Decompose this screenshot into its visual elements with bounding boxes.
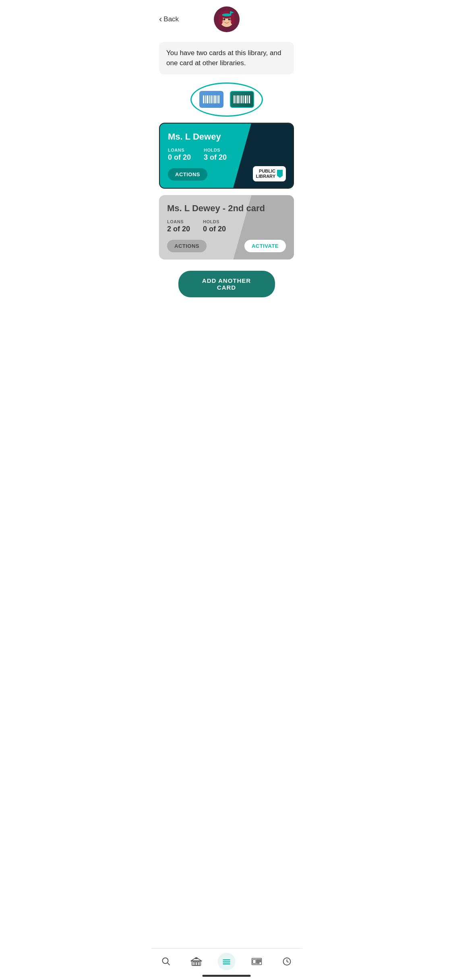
library-logo-icon	[277, 170, 283, 178]
back-button[interactable]: Back	[159, 14, 179, 25]
svg-point-11	[229, 20, 232, 23]
card-2-stats: LOANS 2 of 20 HOLDS 0 of 20	[167, 219, 286, 233]
activate-button[interactable]: ACTIVATE	[244, 240, 286, 252]
holds-value-1: 3 of 20	[204, 153, 227, 162]
loans-label-2: LOANS	[167, 219, 190, 224]
card-2-content: Ms. L Dewey - 2nd card LOANS 2 of 20 HOL…	[167, 203, 286, 252]
info-box: You have two cards at this library, and …	[159, 42, 294, 74]
holds-label-2: HOLDS	[203, 219, 226, 224]
card-1-name: Ms. L Dewey	[168, 132, 285, 142]
library-logo: PUBLICLIBRARY	[253, 166, 286, 181]
card-1-holds: HOLDS 3 of 20	[204, 148, 227, 162]
svg-point-9	[228, 19, 230, 21]
add-card-section: ADD ANOTHER CARD	[159, 271, 294, 297]
loans-value-2: 2 of 20	[167, 225, 190, 233]
avatar	[214, 6, 240, 32]
card-tab-1[interactable]	[199, 91, 223, 108]
holds-label-1: HOLDS	[204, 148, 227, 152]
svg-point-8	[223, 19, 225, 21]
card-1-loans: LOANS 0 of 20	[168, 148, 191, 162]
card-2-loans: LOANS 2 of 20	[167, 219, 190, 233]
library-card-1: Ms. L Dewey LOANS 0 of 20 HOLDS 3 of 20 …	[159, 123, 294, 189]
actions-button-1[interactable]: ACTIONS	[168, 168, 207, 181]
card-1-stats: LOANS 0 of 20 HOLDS 3 of 20	[168, 148, 285, 162]
library-card-2: Ms. L Dewey - 2nd card LOANS 2 of 20 HOL…	[159, 195, 294, 259]
header: Back	[151, 0, 302, 35]
card-2-name: Ms. L Dewey - 2nd card	[167, 203, 286, 214]
card-2-actions-row: ACTIONS ACTIVATE	[167, 240, 286, 252]
card-selector	[186, 79, 267, 119]
card-2-holds: HOLDS 0 of 20	[203, 219, 226, 233]
actions-button-2[interactable]: ACTIONS	[167, 240, 207, 252]
loans-value-1: 0 of 20	[168, 153, 191, 162]
loans-label-1: LOANS	[168, 148, 191, 152]
svg-point-4	[230, 14, 235, 25]
card-tab-2[interactable]	[230, 91, 254, 108]
cards-container: Ms. L Dewey LOANS 0 of 20 HOLDS 3 of 20 …	[151, 123, 302, 259]
svg-rect-6	[230, 11, 231, 15]
svg-point-10	[222, 20, 224, 23]
holds-value-2: 0 of 20	[203, 225, 226, 233]
barcode-active	[234, 95, 250, 103]
svg-point-3	[218, 14, 223, 25]
library-logo-text: PUBLICLIBRARY	[256, 169, 275, 179]
back-label: Back	[163, 15, 179, 23]
barcode-inactive	[203, 95, 219, 103]
add-another-card-button[interactable]: ADD ANOTHER CARD	[178, 271, 275, 297]
info-message: You have two cards at this library, and …	[166, 48, 287, 68]
